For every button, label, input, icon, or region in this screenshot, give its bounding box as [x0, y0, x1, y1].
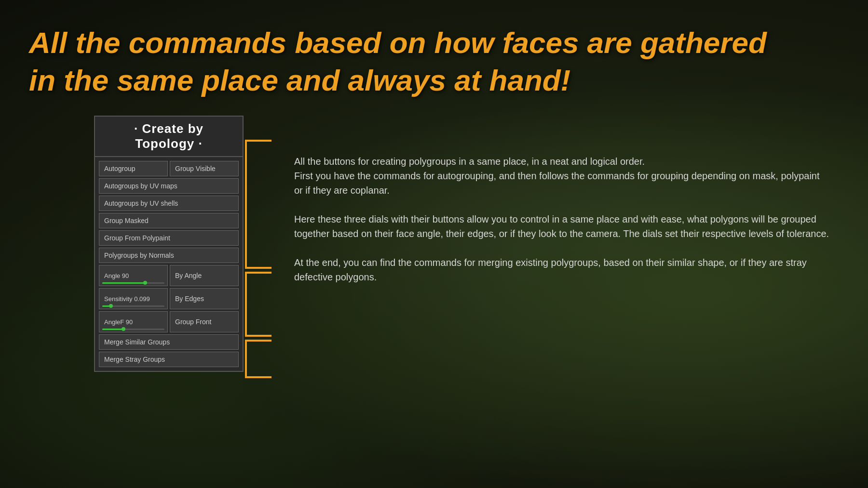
bracket-top — [245, 140, 271, 269]
by-edges-button[interactable]: By Edges — [170, 288, 239, 309]
sensitivity-slider[interactable] — [102, 305, 164, 307]
desc-block-1: All the buttons for creating polygroups … — [294, 154, 829, 198]
sensitivity-label: Sensitivity 0.099 — [104, 295, 163, 303]
sensitivity-dial[interactable]: Sensitivity 0.099 — [99, 288, 168, 309]
desc-block-2: Here these three dials with their button… — [294, 212, 829, 241]
desc-text-2: Here these three dials with their button… — [294, 212, 829, 241]
title-line2: in the same place and always at hand! — [29, 62, 839, 99]
autogroup-button[interactable]: Autogroup — [99, 161, 168, 176]
autogroups-uv-shells-button[interactable]: Autogroups by UV shells — [99, 196, 239, 211]
angle-label: Angle 90 — [104, 272, 163, 279]
group-from-polypaint-button[interactable]: Group From Polypaint — [99, 230, 239, 246]
description-container: All the buttons for creating polygroups … — [294, 154, 829, 299]
anglef-dial[interactable]: AngleF 90 — [99, 311, 168, 332]
bracket-middle — [245, 272, 271, 337]
dial-row-angle: Angle 90 By Angle — [99, 265, 239, 286]
angle-slider[interactable] — [102, 282, 164, 284]
merge-similar-groups-button[interactable]: Merge Similar Groups — [99, 334, 239, 350]
merge-stray-groups-button[interactable]: Merge Stray Groups — [99, 352, 239, 367]
anglef-slider[interactable] — [102, 329, 164, 330]
desc-text-1: All the buttons for creating polygroups … — [294, 154, 829, 198]
dial-row-sensitivity: Sensitivity 0.099 By Edges — [99, 288, 239, 309]
main-title: All the commands based on how faces are … — [29, 24, 839, 99]
desc-block-3: At the end, you can find the commands fo… — [294, 255, 829, 284]
angle-dial[interactable]: Angle 90 — [99, 265, 168, 286]
panel: Create by Topology Autogroup Group Visib… — [94, 116, 244, 372]
title-line1: All the commands based on how faces are … — [29, 24, 839, 62]
group-front-button[interactable]: Group Front — [170, 311, 239, 332]
dial-row-anglef: AngleF 90 Group Front — [99, 311, 239, 332]
autogroups-uv-maps-button[interactable]: Autogroups by UV maps — [99, 178, 239, 194]
by-angle-button[interactable]: By Angle — [170, 265, 239, 286]
panel-title: Create by Topology — [94, 116, 244, 156]
group-visible-button[interactable]: Group Visible — [170, 161, 239, 176]
group-masked-button[interactable]: Group Masked — [99, 213, 239, 228]
desc-text-3: At the end, you can find the commands fo… — [294, 255, 829, 284]
bracket-bottom — [245, 340, 271, 378]
row-autogroup: Autogroup Group Visible — [99, 161, 239, 176]
anglef-label: AngleF 90 — [104, 318, 163, 326]
panel-body: Autogroup Group Visible Autogroups by UV… — [94, 156, 244, 372]
polygroups-by-normals-button[interactable]: Polygroups by Normals — [99, 248, 239, 263]
